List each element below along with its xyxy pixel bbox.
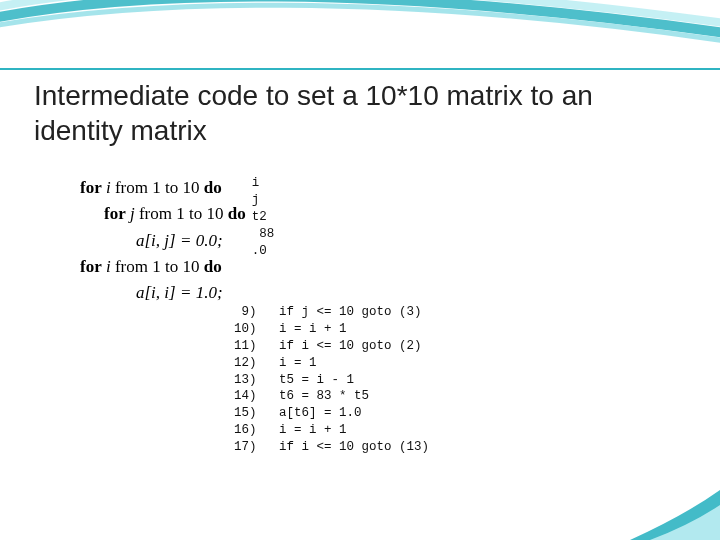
tac-column: i j t2 88 .0 [258, 175, 275, 259]
tac-line: 14) t6 = 83 * t5 [234, 389, 369, 403]
slide-body: for i from 1 to 10 do for j from 1 to 10… [80, 175, 680, 307]
keyword-for: for [80, 257, 102, 276]
tac-fragment: i j t2 88 .0 [252, 175, 275, 259]
decorative-corner [630, 480, 720, 540]
decorative-swoosh [0, 0, 720, 90]
assign-one: a[i, i] = 1.0; [136, 283, 223, 302]
keyword-for: for [80, 178, 102, 197]
tac-line: 15) a[t6] = 1.0 [234, 406, 362, 420]
keyword-for: for [104, 204, 126, 223]
tac-line: 17) if i <= 10 goto (13) [234, 440, 429, 454]
source-code-block: for i from 1 to 10 do for j from 1 to 10… [80, 175, 258, 307]
slide-title: Intermediate code to set a 10*10 matrix … [34, 78, 686, 148]
tac-line: 11) if i <= 10 goto (2) [234, 339, 422, 353]
keyword-do: do [204, 257, 222, 276]
tac-line: 13) t5 = i - 1 [234, 373, 354, 387]
keyword-do: do [228, 204, 246, 223]
keyword-do: do [204, 178, 222, 197]
tac-line: 12) i = 1 [234, 356, 317, 370]
three-address-code: 9) if j <= 10 goto (3) 10) i = i + 1 11)… [234, 304, 429, 456]
title-underline [0, 68, 720, 70]
assign-zero: a[i, j] = 0.0; [136, 231, 223, 250]
tac-line: 16) i = i + 1 [234, 423, 347, 437]
tac-line: 10) i = i + 1 [234, 322, 347, 336]
tac-line: 9) if j <= 10 goto (3) [234, 305, 422, 319]
